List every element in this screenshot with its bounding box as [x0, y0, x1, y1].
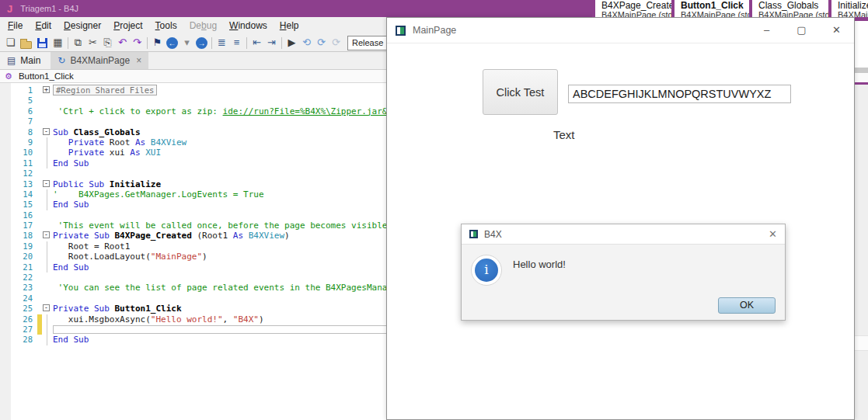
resume-icon[interactable]: ⟲: [299, 35, 314, 50]
tab-main-label: Main: [20, 55, 40, 66]
fold-collapse-icon[interactable]: -: [43, 128, 50, 135]
line-number: 12: [11, 168, 37, 179]
card-subtitle: B4XMainPage (std = ?): [601, 11, 671, 17]
close-icon[interactable]: ✕: [819, 18, 854, 43]
dialog-app-icon: [469, 230, 478, 238]
toolbar-separator: [211, 37, 212, 49]
tab-b4xmainpage[interactable]: ↻ B4XMainPage ×: [51, 52, 148, 69]
paste-icon[interactable]: ⎘: [100, 35, 115, 50]
line-number: 11: [11, 158, 37, 168]
mainpage-titlebar[interactable]: MainPage – ▢ ✕: [387, 18, 854, 43]
open-project-icon[interactable]: [20, 41, 32, 49]
toolbar-separator: [68, 37, 68, 49]
tab-close-icon[interactable]: ×: [136, 55, 141, 66]
text-field[interactable]: [568, 85, 791, 103]
line-number: 24: [11, 293, 37, 304]
line-number: 6: [11, 106, 37, 116]
line-number: 14: [11, 189, 37, 200]
screen: J Triagem1 - B4J FileEditDesignerProject…: [0, 0, 868, 420]
line-number: 13: [11, 179, 37, 189]
comment-icon[interactable]: ≣: [214, 35, 229, 50]
line-number: 19: [11, 241, 37, 252]
line-number: 8: [11, 127, 37, 137]
fold-collapse-icon[interactable]: -: [43, 180, 50, 187]
menu-edit[interactable]: Edit: [29, 17, 58, 34]
menu-tools[interactable]: Tools: [149, 17, 183, 34]
line-number: 17: [11, 220, 37, 231]
info-icon: i: [471, 255, 502, 286]
quick-nav-card-class_globals[interactable]: Class_GlobalsB4XMainPage (std = ?): [752, 0, 828, 17]
toolbar-separator: [147, 37, 148, 49]
menu-help[interactable]: Help: [274, 17, 305, 34]
redo-icon[interactable]: ↷: [130, 35, 145, 50]
msgbox-dialog: B4X ✕ i Hello world! OK: [461, 224, 786, 321]
line-number: 22: [11, 272, 37, 283]
modules-icon[interactable]: ▦: [51, 35, 65, 50]
dialog-message: Hello world!: [513, 259, 566, 270]
app-icon: [396, 26, 406, 36]
line-number: 18: [11, 231, 37, 241]
outdent-icon[interactable]: ⇤: [249, 35, 264, 50]
menu-file[interactable]: File: [2, 17, 29, 34]
menu-designer[interactable]: Designer: [58, 17, 107, 34]
fold-expand-icon[interactable]: +: [43, 86, 50, 93]
line-number: 7: [11, 116, 37, 127]
menu-windows[interactable]: Windows: [223, 17, 274, 34]
cut-icon[interactable]: ✂: [85, 35, 100, 50]
line-number: 21: [11, 262, 37, 272]
page-module-icon: ↻: [58, 55, 65, 66]
fold-collapse-icon[interactable]: -: [43, 304, 50, 311]
undo-icon[interactable]: ↶: [115, 35, 130, 50]
dialog-body: i Hello world! OK: [462, 244, 785, 321]
step-over-icon[interactable]: ⟳: [314, 35, 329, 50]
bookmark-icon[interactable]: ⚑: [150, 35, 165, 50]
card-subtitle: B4XMainPage (std = ?): [681, 11, 749, 17]
window-controls: – ▢ ✕: [749, 18, 854, 43]
line-number: 16: [11, 210, 37, 220]
line-number: 1: [11, 85, 37, 95]
dialog-titlebar[interactable]: B4X ✕: [462, 224, 785, 244]
back-history-dropdown-icon[interactable]: ▾: [180, 35, 194, 50]
line-number: 20: [11, 252, 37, 262]
line-number: 9: [11, 137, 37, 148]
dialog-title: B4X: [484, 229, 502, 240]
new-file-icon[interactable]: ❏: [3, 35, 18, 50]
fold-collapse-icon[interactable]: -: [43, 231, 50, 238]
toolbar-separator: [281, 37, 282, 49]
mainpage-window: MainPage – ▢ ✕ Click Test Text B4X ✕ i H…: [386, 17, 855, 420]
copy-icon[interactable]: ⧉: [71, 35, 85, 50]
quick-nav-card-b4xpage_created[interactable]: B4XPage_CreatedB4XMainPage (std = ?): [595, 0, 671, 17]
line-number: 5: [11, 95, 37, 106]
click-test-button[interactable]: Click Test: [483, 69, 558, 115]
dialog-close-icon[interactable]: ✕: [769, 224, 777, 244]
sub-gear-icon: ⚙: [5, 71, 12, 82]
quick-nav-card-button1_click[interactable]: Button1_ClickB4XMainPage (std = ?): [675, 0, 749, 17]
navigate-forward-icon[interactable]: →: [196, 37, 207, 49]
minimize-icon[interactable]: –: [749, 18, 784, 43]
maximize-icon[interactable]: ▢: [784, 18, 819, 43]
quick-nav-cards: B4XPage_CreatedB4XMainPage (std = ?)Butt…: [592, 0, 868, 17]
mainpage-title: MainPage: [413, 25, 456, 36]
card-subtitle: B4XMainPage (std = ?): [758, 11, 828, 17]
quick-nav-card-initialize[interactable]: InitializeB4XMainPage (std = ?): [831, 0, 868, 17]
ok-button[interactable]: OK: [718, 297, 776, 314]
uncomment-icon[interactable]: ≡: [229, 35, 244, 50]
main-module-icon: ▤: [7, 55, 16, 66]
text-label: Text: [553, 128, 575, 141]
line-number: 23: [11, 283, 37, 293]
menu-debug[interactable]: Debug: [183, 17, 223, 34]
tab-b4xmainpage-label: B4XMainPage: [70, 55, 130, 66]
ide-window-title: Triagem1 - B4J: [20, 4, 78, 13]
menu-project[interactable]: Project: [107, 17, 148, 34]
run-icon[interactable]: ▶: [284, 35, 299, 50]
line-number: 15: [11, 200, 37, 210]
line-number: 26: [11, 314, 37, 325]
line-number: 25: [11, 304, 37, 314]
card-subtitle: B4XMainPage (std = ?): [838, 11, 868, 17]
save-icon[interactable]: [37, 38, 47, 48]
indent-icon[interactable]: ⇥: [264, 35, 279, 50]
tab-main[interactable]: ▤ Main: [0, 52, 47, 69]
step-into-icon[interactable]: ⟳: [329, 35, 343, 50]
info-icon-glyph: i: [475, 259, 498, 282]
navigate-back-icon[interactable]: ←: [166, 37, 178, 49]
